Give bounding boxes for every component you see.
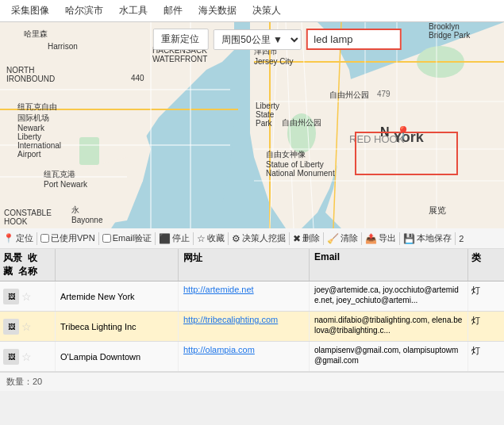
row2-star[interactable]: ☆ [21, 320, 32, 333]
row3-name: O'Lampia Downtown [56, 342, 179, 371]
row1-url-link[interactable]: http://artemide.net [183, 285, 254, 294]
table-row: 🖼 ☆ Tribeca Lighting Inc http://tribecal… [0, 312, 504, 342]
table-footer: 数量：20 [0, 372, 504, 391]
toolbar-favorite[interactable]: ☆ 收藏 [197, 232, 225, 244]
nav-item-images[interactable]: 采集图像 [3, 0, 57, 21]
nav-item-water[interactable]: 水工具 [111, 0, 156, 21]
nav-item-city[interactable]: 哈尔滨市 [57, 0, 111, 21]
row1-name: Artemide New York [56, 281, 179, 311]
row3-email: olampisenv@gmail.com, olampisuptowm@gmai… [310, 342, 468, 371]
data-table: 风景 收藏 名称 网址 Email 类 🖼 ☆ Artemide New Yor… [0, 249, 504, 391]
row3-star[interactable]: ☆ [21, 350, 32, 363]
divider-2 [98, 232, 99, 245]
map-container: 哈里森 Harrison NORTHIRONBOUND 纽瓦克自由国际机场New… [0, 22, 504, 228]
row3-actions: 🖼 ☆ [0, 342, 56, 371]
toolbar-locate[interactable]: 📍 定位 [3, 232, 33, 244]
locate-icon: 📍 [3, 233, 14, 243]
toolbar-decision[interactable]: ⚙ 决策人挖掘 [232, 232, 286, 244]
vpn-checkbox[interactable] [40, 234, 49, 243]
divider-9 [399, 232, 400, 245]
search-overlay: 重新定位 周围50公里 ▼ [152, 29, 401, 50]
toolbar-clear[interactable]: 🧹 清除 [327, 232, 358, 244]
toolbar-export[interactable]: 📤 导出 [365, 232, 396, 244]
table-header: 风景 收藏 名称 网址 Email 类 [0, 249, 504, 281]
row1-url[interactable]: http://artemide.net [179, 281, 310, 311]
table-row: 🖼 ☆ O'Lampia Downtown http://olampia.com… [0, 342, 504, 372]
save-icon: 💾 [403, 233, 415, 244]
toolbar: 📍 定位 已使用VPN Email验证 ⬛ 停止 ☆ 收藏 ⚙ 决策人挖掘 ✖ … [0, 228, 504, 249]
record-count: 数量：20 [6, 377, 42, 386]
header-url: 网址 [179, 249, 310, 281]
header-name [56, 249, 179, 281]
row2-url[interactable]: http://tribecalighting.com [179, 312, 310, 341]
clear-icon: 🧹 [327, 233, 339, 244]
divider-6 [289, 232, 290, 245]
header-type: 类 [468, 249, 496, 281]
divider-7 [323, 232, 324, 245]
row1-image-icon[interactable]: 🖼 [3, 289, 19, 304]
search-input[interactable] [306, 29, 401, 50]
nav-item-customs[interactable]: 海关数据 [190, 0, 244, 21]
nav-item-mail[interactable]: 邮件 [156, 0, 190, 21]
decision-icon: ⚙ [232, 233, 240, 244]
toolbar-save-local[interactable]: 💾 本地保存 [403, 232, 452, 244]
header-email: Email [310, 249, 468, 281]
toolbar-count-badge: 2 [459, 234, 464, 243]
relocate-button[interactable]: 重新定位 [152, 29, 208, 50]
divider-3 [155, 232, 156, 245]
row2-image-icon[interactable]: 🖼 [3, 319, 19, 335]
stop-icon: ⬛ [159, 233, 171, 244]
row3-url-link[interactable]: http://olampia.com [183, 345, 255, 354]
delete-icon: ✖ [293, 233, 301, 244]
radius-select[interactable]: 周围50公里 ▼ [213, 29, 301, 50]
divider-4 [193, 232, 194, 245]
divider-10 [455, 232, 456, 245]
header-actions: 风景 收藏 名称 [0, 249, 56, 281]
row1-actions: 🖼 ☆ [0, 281, 56, 311]
row3-image-icon[interactable]: 🖼 [3, 349, 19, 365]
star-icon: ☆ [197, 233, 206, 244]
table-row: 🖼 ☆ Artemide New York http://artemide.ne… [0, 281, 504, 312]
divider-1 [37, 232, 37, 245]
row2-type: 灯 [468, 312, 496, 341]
email-verify-checkbox[interactable] [102, 234, 111, 243]
row2-url-link[interactable]: http://tribecalighting.com [183, 315, 278, 324]
top-navigation: 采集图像 哈尔滨市 水工具 邮件 海关数据 决策人 [0, 0, 504, 22]
row2-email: naomi.difabio@tribalighting.com, elena.b… [310, 312, 468, 341]
toolbar-email-verify[interactable]: Email验证 [102, 232, 152, 244]
row3-url[interactable]: http://olampia.com [179, 342, 310, 371]
toolbar-stop[interactable]: ⬛ 停止 [159, 232, 190, 244]
row1-type: 灯 [468, 281, 496, 311]
row3-type: 灯 [468, 342, 496, 371]
svg-rect-8 [79, 137, 99, 165]
row2-actions: 🖼 ☆ [0, 312, 56, 341]
toolbar-vpn[interactable]: 已使用VPN [40, 232, 95, 244]
toolbar-delete[interactable]: ✖ 删除 [293, 232, 320, 244]
nav-item-decision[interactable]: 决策人 [244, 0, 289, 21]
export-icon: 📤 [365, 233, 377, 244]
divider-8 [361, 232, 362, 245]
row1-email: joey@artemide.ca, joy.occhiuto@artemide.… [310, 281, 468, 311]
row1-star[interactable]: ☆ [21, 290, 32, 303]
row2-name: Tribeca Lighting Inc [56, 312, 179, 341]
svg-point-6 [287, 113, 316, 153]
map-pin: 📍 [395, 125, 411, 140]
divider-5 [228, 232, 229, 245]
